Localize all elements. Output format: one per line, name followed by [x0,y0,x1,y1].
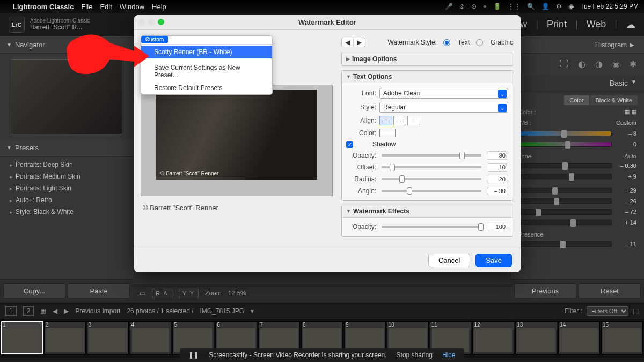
menu-help[interactable]: Help [152,3,166,11]
wm-font-select[interactable]: Adobe Clean⌄ [379,88,508,99]
crop-icon[interactable]: ⛶ [560,59,568,69]
wm-color-swatch[interactable] [379,129,396,137]
shadow-radius-value[interactable]: 20 [487,175,508,183]
filmstrip-thumb[interactable]: 1 [1,321,43,354]
tab-color[interactable]: Color [564,95,589,105]
shadow-offset-value[interactable]: 10 [487,163,508,172]
hide-button[interactable]: Hide [442,351,456,359]
navigator-header[interactable]: ▼Navigator [0,36,133,54]
wb-value[interactable]: Custom [616,120,636,126]
shadow-angle-value[interactable]: – 90 [487,187,508,195]
wm-copyright-text[interactable]: © Barrett "Scott" Renner [141,196,333,219]
monitor-1[interactable]: 1 [5,306,17,316]
preset-item[interactable]: Auto+: Retro [0,194,133,206]
wm-preset-save-new[interactable]: Save Current Settings as New Preset... [141,61,272,82]
preset-item[interactable]: Portraits: Medium Skin [0,171,133,182]
cloud-icon[interactable]: ☁ [626,19,635,31]
reset-button[interactable]: Reset [579,283,641,299]
search-icon[interactable]: 🔍 [527,3,535,10]
align-right-button[interactable]: ≡ [407,116,420,125]
effects-opacity-value[interactable]: 100 [487,223,508,231]
filmstrip-thumb[interactable]: 15 [601,321,643,354]
save-button[interactable]: Save [475,254,512,267]
brush-icon[interactable]: ✱ [630,59,636,69]
histogram-header[interactable]: Histogram▶ [511,36,644,54]
shadows-slider[interactable] [518,198,612,204]
pause-icon[interactable]: ❚❚ [188,351,199,359]
paste-button[interactable]: Paste [68,283,130,299]
temp-slider[interactable] [518,131,612,136]
presets-header[interactable]: ▼Presets [0,139,133,157]
tab-bw[interactable]: Black & White [590,95,638,105]
wm-image-options-header[interactable]: ▶Image Options [342,53,513,65]
align-center-button[interactable]: ≡ [393,116,406,125]
module-web[interactable]: Web [587,19,606,30]
shadow-angle-slider[interactable] [382,190,481,192]
basic-header[interactable]: Basic▼ [511,75,644,92]
preset-item[interactable]: Portraits: Deep Skin [0,159,133,171]
wm-effects-header[interactable]: ▼Watermark Effects [342,205,513,218]
wm-text-options-header[interactable]: ▼Text Options [342,71,513,83]
record-icon[interactable]: ⊙ [471,3,477,10]
shadow-opacity-value[interactable]: 80 [487,151,508,160]
user-icon[interactable]: 👤 [541,3,550,10]
grid-icon[interactable]: ▦ ▦ [624,108,636,115]
bluetooth-icon[interactable]: ⌖ [483,3,487,10]
filmstrip-thumb[interactable]: 4 [130,321,172,354]
previous-button[interactable]: Previous [514,283,576,299]
menu-file[interactable]: File [81,3,92,11]
effects-opacity-slider[interactable] [382,226,481,228]
blacks-slider[interactable] [518,220,612,225]
fwd-icon[interactable]: ▶ [64,307,69,315]
wm-preset-highlighted[interactable]: Scotty Renner (BR - White) [141,46,272,58]
mic-icon[interactable]: 🎤 [445,3,453,10]
monitor-2[interactable]: 2 [23,306,34,316]
shadow-opacity-slider[interactable] [382,154,481,157]
wm-style-text-radio[interactable] [443,39,450,46]
tint-slider[interactable] [518,142,612,147]
stop-sharing-button[interactable]: Stop sharing [397,351,433,359]
shadow-offset-slider[interactable] [382,166,481,168]
wm-nav-arrows[interactable]: ◀▶ [341,38,365,47]
vibrance-slider[interactable] [518,241,612,247]
wm-style-graphic-radio[interactable] [476,39,483,46]
wifi-icon[interactable]: ⋮⋮ [508,3,521,10]
grid-icon[interactable]: ▦ [40,307,46,315]
auto-button[interactable]: Auto [624,153,636,159]
filter-lock-icon[interactable]: ⬚ [633,307,639,315]
menu-edit[interactable]: Edit [100,3,112,11]
exposure-slider[interactable] [518,163,612,168]
filmstrip-thumb[interactable]: 14 [558,321,600,354]
loupe-icon[interactable]: ▭ [140,290,145,297]
battery-icon[interactable]: 🔋 [493,3,501,10]
breadcrumb[interactable]: Previous Import [75,307,120,315]
wm-preset-restore[interactable]: Restore Default Presets [141,82,272,94]
siri-icon[interactable]: ◉ [568,3,574,10]
navigator-thumb[interactable] [11,59,122,134]
redeye-icon[interactable]: ◉ [612,59,620,69]
control-center-icon[interactable]: ⚙ [556,3,562,10]
cc-icon[interactable]: ⊚ [459,3,465,10]
preset-item[interactable]: Portraits: Light Skin [0,182,133,194]
wm-titlebar[interactable]: Watermark Editor [134,15,521,30]
menubar-clock[interactable]: Tue Feb 22 5:29 PM [580,3,639,10]
module-print[interactable]: Print [547,19,567,30]
copy-button[interactable]: Copy... [3,283,65,299]
filmstrip-thumb[interactable]: 12 [472,321,514,354]
highlights-slider[interactable] [518,188,612,193]
wm-shadow-checkbox[interactable]: ✓ [346,141,353,148]
traffic-max[interactable] [158,19,164,25]
traffic-close[interactable] [138,19,145,25]
whites-slider[interactable] [518,209,612,215]
shadow-radius-slider[interactable] [382,178,481,180]
menu-window[interactable]: Window [120,3,144,11]
contrast-slider[interactable] [518,174,612,179]
filmstrip-thumb[interactable]: 13 [515,321,557,354]
back-icon[interactable]: ◀ [53,307,57,315]
wm-fontstyle-select[interactable]: Regular⌄ [379,102,508,113]
preset-item[interactable]: Style: Black & White [0,206,133,218]
filmstrip-thumb[interactable]: 2 [44,321,86,354]
cancel-button[interactable]: Cancel [428,254,470,267]
filmstrip-thumb[interactable]: 3 [87,321,129,354]
traffic-min[interactable] [148,19,155,25]
